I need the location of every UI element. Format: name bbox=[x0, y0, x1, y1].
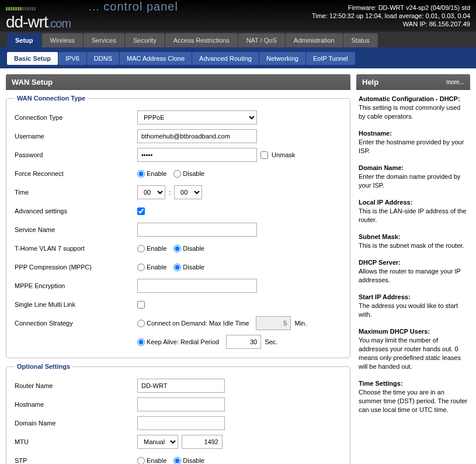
sub-tabs: Basic SetupIPV6DDNSMAC Address CloneAdva… bbox=[0, 50, 476, 68]
main-tab-administration[interactable]: Administration bbox=[286, 33, 343, 47]
help-item: Subnet Mask:This is the subnet mask of t… bbox=[359, 233, 468, 250]
logo-text: dd-wrt.com bbox=[6, 13, 71, 32]
conn-strategy-label: Connection Strategy bbox=[15, 320, 137, 327]
help-item: Maximum DHCP Users:You may limit the num… bbox=[359, 327, 468, 371]
connection-type-select[interactable]: PPPoE bbox=[137, 110, 257, 124]
unmask-checkbox[interactable] bbox=[260, 151, 268, 159]
force-reconnect-enable-radio[interactable] bbox=[137, 170, 145, 178]
optional-settings-fieldset: Optional Settings Router Name Hostname D… bbox=[6, 363, 350, 464]
password-label: Password bbox=[15, 151, 137, 158]
keep-alive-radio[interactable] bbox=[137, 338, 145, 346]
time-label: Time bbox=[15, 189, 137, 196]
mtu-value-input[interactable] bbox=[182, 435, 223, 449]
sub-tab-ipv6[interactable]: IPV6 bbox=[58, 52, 86, 65]
adv-settings-label: Advanced settings bbox=[15, 207, 137, 214]
panel-title: WAN Setup bbox=[6, 74, 350, 90]
mppe-input[interactable] bbox=[137, 279, 257, 293]
adv-settings-checkbox[interactable] bbox=[137, 207, 145, 215]
thome-enable-radio[interactable] bbox=[137, 245, 145, 252]
ppp-comp-disable-radio[interactable] bbox=[173, 264, 181, 271]
help-item: Domain Name:Enter the domain name provid… bbox=[359, 164, 468, 190]
ppp-comp-label: PPP Compression (MPPC) bbox=[15, 264, 137, 271]
sub-tab-basic-setup[interactable]: Basic Setup bbox=[7, 52, 58, 65]
ppp-comp-enable-radio[interactable] bbox=[137, 264, 145, 271]
wan-ip-text: WAN IP: 86.156.207.49 bbox=[312, 20, 470, 28]
service-name-input[interactable] bbox=[137, 223, 257, 237]
sub-tab-advanced-routing[interactable]: Advanced Routing bbox=[192, 52, 259, 65]
main-tabs: SetupWirelessServicesSecurityAccess Rest… bbox=[0, 32, 476, 50]
logo-area: dd-wrt.com ... control panel bbox=[6, 0, 178, 32]
mtu-label: MTU bbox=[15, 438, 137, 445]
sub-tab-mac-address-clone[interactable]: MAC Address Clone bbox=[120, 52, 192, 65]
slml-label: Single Line Multi Link bbox=[15, 301, 137, 308]
status-info: Firmware: DD-WRT v24-sp2 (04/09/15) std … bbox=[312, 4, 470, 28]
time-hour-select[interactable]: 00 bbox=[137, 185, 165, 199]
connection-type-label: Connection Type bbox=[15, 114, 137, 121]
stp-label: STP bbox=[15, 457, 137, 464]
help-item: Hostname:Enter the hostname provided by … bbox=[359, 129, 468, 155]
router-name-label: Router Name bbox=[15, 382, 137, 389]
force-reconnect-disable-radio[interactable] bbox=[173, 170, 181, 178]
help-item: Automatic Configuration - DHCP:This sett… bbox=[359, 95, 468, 121]
mtu-mode-select[interactable]: Manual bbox=[137, 435, 178, 449]
main-tab-services[interactable]: Services bbox=[84, 33, 124, 47]
stp-enable-radio[interactable] bbox=[137, 457, 145, 465]
username-label: Username bbox=[15, 133, 137, 140]
help-item: Start IP Address:The address you would l… bbox=[359, 293, 468, 319]
main-tab-status[interactable]: Status bbox=[343, 33, 378, 47]
help-more-link[interactable]: more... bbox=[446, 79, 464, 85]
hostname-input[interactable] bbox=[137, 397, 225, 411]
header-bar: dd-wrt.com ... control panel Firmware: D… bbox=[0, 0, 476, 32]
connect-on-demand-radio[interactable] bbox=[137, 320, 145, 327]
help-body: Automatic Configuration - DHCP:This sett… bbox=[356, 90, 470, 427]
control-panel-label: ... control panel bbox=[88, 0, 178, 13]
redial-period-input[interactable] bbox=[226, 335, 261, 349]
main-tab-nat-qos[interactable]: NAT / QoS bbox=[238, 33, 285, 47]
thome-disable-radio[interactable] bbox=[173, 245, 181, 252]
router-name-input[interactable] bbox=[137, 379, 225, 393]
thome-label: T-Home VLAN 7 support bbox=[15, 245, 137, 252]
help-item: Local IP Address:This is the LAN-side IP… bbox=[359, 198, 468, 224]
domain-label: Domain Name bbox=[15, 420, 137, 427]
domain-input[interactable] bbox=[137, 416, 225, 430]
main-tab-setup[interactable]: Setup bbox=[7, 33, 41, 47]
sub-tab-networking[interactable]: Networking bbox=[259, 52, 305, 65]
sub-tab-ddns[interactable]: DDNS bbox=[87, 52, 119, 65]
hostname-label: Hostname bbox=[15, 401, 137, 408]
main-tab-wireless[interactable]: Wireless bbox=[42, 33, 83, 47]
slml-checkbox[interactable] bbox=[137, 301, 145, 309]
logo-dots-icon bbox=[6, 7, 71, 11]
time-min-select[interactable]: 00 bbox=[174, 185, 202, 199]
firmware-text: Firmware: DD-WRT v24-sp2 (04/09/15) std bbox=[312, 4, 470, 12]
help-header: Help more... bbox=[356, 74, 470, 90]
stp-disable-radio[interactable] bbox=[173, 457, 181, 465]
unmask-label: Unmask bbox=[272, 151, 295, 158]
service-name-label: Service Name bbox=[15, 226, 137, 233]
time-text: Time: 12:50:32 up 12:04, load average: 0… bbox=[312, 12, 470, 20]
optional-legend: Optional Settings bbox=[15, 363, 72, 370]
main-tab-access-restrictions[interactable]: Access Restrictions bbox=[165, 33, 238, 47]
force-reconnect-label: Force Reconnect bbox=[15, 170, 137, 177]
max-idle-input[interactable] bbox=[256, 316, 291, 330]
help-item: DHCP Server:Allows the router to manage … bbox=[359, 258, 468, 285]
mppe-label: MPPE Encryption bbox=[15, 282, 137, 289]
password-input[interactable] bbox=[137, 148, 257, 162]
wan-legend: WAN Connection Type bbox=[15, 95, 88, 102]
help-item: Time Settings:Choose the time you are in… bbox=[359, 379, 468, 414]
wan-connection-fieldset: WAN Connection Type Connection Type PPPo… bbox=[6, 95, 350, 358]
help-title: Help bbox=[362, 78, 378, 86]
username-input[interactable] bbox=[137, 129, 257, 143]
sub-tab-eoip-tunnel[interactable]: EoIP Tunnel bbox=[306, 52, 355, 65]
main-tab-security[interactable]: Security bbox=[125, 33, 165, 47]
